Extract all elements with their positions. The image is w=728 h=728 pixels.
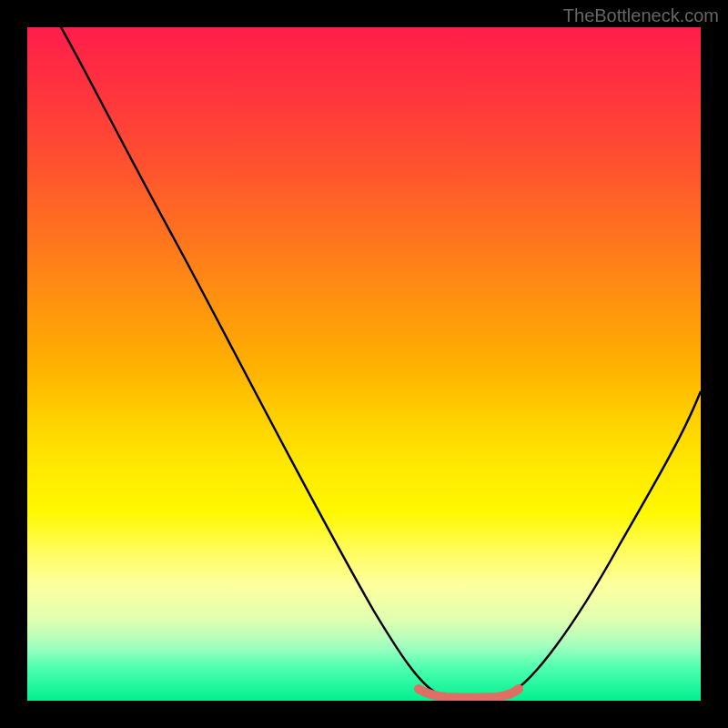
bottleneck-curve-line [61,27,701,698]
curve-svg [27,27,701,701]
watermark-text: TheBottleneck.com [563,5,719,26]
chart-plot-area [27,27,701,701]
